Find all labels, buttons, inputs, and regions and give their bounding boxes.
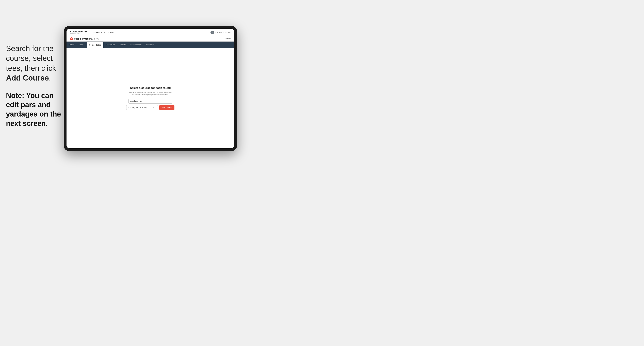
tab-details[interactable]: Details [66, 41, 77, 48]
tab-printables[interactable]: Printables [144, 41, 157, 48]
note-text: Note: You can edit pars and yardages on … [6, 91, 64, 128]
tee-select-row: Gold (M) (M) (7010 yds) ✕ ⌃ Add Course [126, 105, 174, 110]
tournament-icon: C [70, 37, 73, 40]
navbar-right: T Test User | Sign out [210, 31, 230, 34]
tab-tee-groups[interactable]: Tee Groups [103, 41, 118, 48]
instruction-panel: Search for the course, select tees, then… [6, 44, 64, 136]
nav-tournaments[interactable]: TOURNAMENTS [90, 31, 105, 33]
tab-leaderboards[interactable]: Leaderboards [128, 41, 144, 48]
tee-clear-icon[interactable]: ✕ [152, 107, 154, 109]
course-select-title: Select a course for each round [130, 86, 171, 89]
logo-subtitle: Powered by clippd [70, 33, 87, 34]
logo: SCOREBOARD Powered by clippd [70, 31, 87, 34]
logo-title: SCOREBOARD [70, 31, 87, 33]
main-content: Select a course for each round Search fo… [66, 48, 234, 148]
add-course-button[interactable]: Add Course [159, 105, 174, 110]
tournament-title: C Clippd Invitational (Men) [70, 37, 99, 40]
tee-select-value: Gold (M) (M) (7010 yds) [128, 107, 147, 109]
course-search-input[interactable] [128, 99, 172, 104]
sign-out-link[interactable]: Sign out [225, 31, 230, 33]
course-select-description: Search for a course and select a tee. Yo… [128, 91, 172, 95]
tablet-device: SCOREBOARD Powered by clippd TOURNAMENTS… [64, 26, 237, 151]
cancel-button[interactable]: Cancel [225, 38, 230, 40]
nav-teams[interactable]: TEAMS [108, 31, 114, 33]
user-name: Test User [215, 31, 222, 33]
nav-links: TOURNAMENTS TEAMS [90, 31, 114, 33]
user-avatar: T [210, 31, 214, 34]
navbar-left: SCOREBOARD Powered by clippd TOURNAMENTS… [70, 31, 114, 34]
tabs-bar: Details Teams Course Setup Tee Groups Re… [66, 41, 234, 48]
navbar: SCOREBOARD Powered by clippd TOURNAMENTS… [66, 29, 234, 36]
tee-select[interactable]: Gold (M) (M) (7010 yds) ✕ ⌃ [126, 105, 158, 110]
tab-course-setup[interactable]: Course Setup [87, 42, 103, 48]
tournament-header: C Clippd Invitational (Men) Cancel [66, 36, 234, 41]
instruction-text: Search for the course, select tees, then… [6, 44, 64, 83]
tab-teams[interactable]: Teams [77, 41, 87, 48]
tournament-gender: (Men) [94, 38, 99, 40]
tab-results[interactable]: Results [117, 41, 128, 48]
tablet-screen: SCOREBOARD Powered by clippd TOURNAMENTS… [66, 29, 234, 148]
tournament-name: Clippd Invitational [74, 38, 93, 40]
tee-chevron-icon[interactable]: ⌃ [155, 107, 156, 109]
separator: | [223, 31, 224, 33]
tee-select-controls: ✕ ⌃ [152, 107, 156, 109]
